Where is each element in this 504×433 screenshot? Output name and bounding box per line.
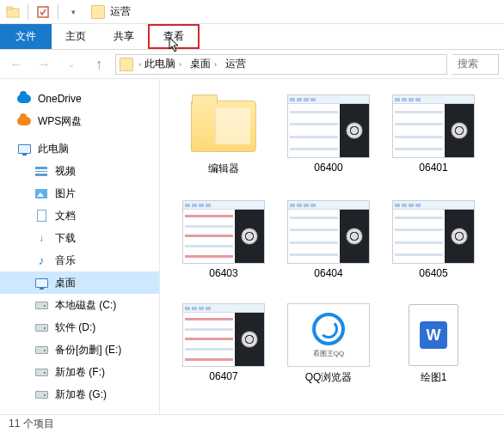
navigation-pane: OneDrive WPS网盘 此电脑 视频 图片 文档 ↓下载 ♪音乐 桌面 本…: [0, 79, 160, 414]
video-thumb-icon: [287, 200, 370, 264]
file-item-draw1[interactable]: W 绘图1: [392, 303, 475, 385]
file-item-06401[interactable]: 06401: [392, 95, 475, 176]
sidebar-item-drive-e[interactable]: 备份[勿删] (E:): [0, 338, 159, 361]
folder-icon: [182, 95, 265, 158]
status-bar: 11 个项目: [0, 414, 504, 433]
properties-qat-icon[interactable]: [34, 3, 52, 21]
file-item-qqbrowser[interactable]: 看图王QQ QQ浏览器: [287, 303, 370, 385]
file-item-06405[interactable]: 06405: [392, 200, 475, 279]
qqbrowser-thumb-icon: 看图王QQ: [287, 303, 370, 367]
search-input[interactable]: 搜索: [452, 54, 499, 75]
video-thumb-icon: [182, 303, 265, 367]
nav-forward-button[interactable]: →: [33, 53, 55, 76]
video-thumb-icon: [392, 95, 475, 158]
sidebar-item-drive-c[interactable]: 本地磁盘 (C:): [0, 294, 159, 316]
file-item-06403[interactable]: 06403: [182, 200, 265, 279]
file-item-06407[interactable]: 06407: [182, 303, 265, 385]
video-thumb-icon: [287, 95, 370, 158]
sidebar-item-onedrive[interactable]: OneDrive: [0, 88, 159, 110]
titlebar: ▾ 运营: [0, 0, 504, 24]
nav-back-button[interactable]: ←: [5, 53, 28, 76]
svg-rect-1: [7, 7, 12, 9]
nav-up-button[interactable]: ↑: [88, 53, 110, 76]
file-item-folder[interactable]: 编辑器: [182, 95, 265, 176]
tab-share[interactable]: 共享: [100, 24, 148, 49]
window-title: 运营: [110, 4, 131, 19]
crumb-root[interactable]: ›此电脑›: [135, 57, 185, 71]
tab-home[interactable]: 主页: [52, 24, 100, 49]
file-item-06400[interactable]: 06400: [287, 95, 370, 176]
window-folder-icon: [91, 5, 105, 19]
tab-view[interactable]: 查看: [148, 24, 200, 49]
sidebar-item-documents[interactable]: 文档: [0, 204, 159, 227]
nav-recent-dropdown[interactable]: ⌄: [60, 53, 83, 76]
tab-file[interactable]: 文件: [0, 24, 52, 49]
navigation-bar: ← → ⌄ ↑ ›此电脑› 桌面› 运营 搜索: [0, 50, 504, 79]
sidebar-item-thispc[interactable]: 此电脑: [0, 137, 159, 160]
address-bar[interactable]: ›此电脑› 桌面› 运营: [115, 54, 447, 75]
folder-qat-icon[interactable]: [3, 3, 22, 21]
sidebar-item-music[interactable]: ♪音乐: [0, 249, 159, 271]
status-item-count: 11 个项目: [9, 417, 54, 431]
sidebar-item-drive-d[interactable]: 软件 (D:): [0, 316, 159, 338]
sidebar-item-pictures[interactable]: 图片: [0, 182, 159, 204]
items-view: 编辑器 06400 06401 06403 06404 06405: [160, 79, 504, 414]
sidebar-item-drive-f[interactable]: 新加卷 (F:): [0, 361, 159, 383]
sidebar-item-videos[interactable]: 视频: [0, 160, 159, 182]
qat-dropdown-icon[interactable]: ▾: [64, 3, 83, 21]
sidebar-item-network[interactable]: 网络: [0, 411, 159, 414]
crumb-desktop[interactable]: 桌面›: [187, 57, 220, 71]
crumb-current[interactable]: 运营: [222, 57, 249, 71]
document-thumb-icon: W: [392, 303, 475, 367]
video-thumb-icon: [392, 200, 475, 264]
file-item-06404[interactable]: 06404: [287, 200, 370, 279]
sidebar-item-drive-g[interactable]: 新加卷 (G:): [0, 383, 159, 406]
address-folder-icon: [120, 58, 133, 71]
ribbon-tabs: 文件 主页 共享 查看: [0, 24, 504, 50]
sidebar-item-wps[interactable]: WPS网盘: [0, 110, 159, 132]
quick-access-toolbar: ▾: [0, 3, 86, 21]
cursor-icon: [169, 37, 182, 52]
video-thumb-icon: [182, 200, 265, 264]
sidebar-item-downloads[interactable]: ↓下载: [0, 227, 159, 249]
sidebar-item-desktop[interactable]: 桌面: [0, 271, 159, 294]
svg-rect-2: [38, 7, 48, 17]
